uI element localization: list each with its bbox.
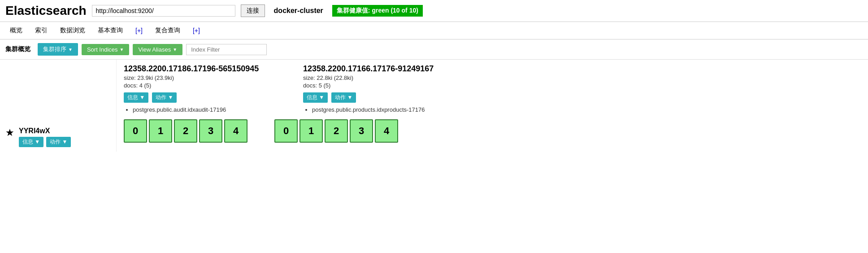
shards-group-2: 0 1 2 3 4	[274, 119, 398, 143]
left-index-name: YYRl4wX	[19, 127, 71, 135]
left-index-buttons: 信息 ▼ 动作 ▼	[19, 137, 71, 147]
nav-basic-query[interactable]: 基本查询	[93, 25, 127, 36]
nav-complex-query-add[interactable]: [+]	[188, 25, 204, 36]
shard-2-1[interactable]: 1	[299, 119, 323, 143]
index-1-title[interactable]: 12358.2200.17186.17196-565150945	[124, 64, 276, 74]
right-panel: 12358.2200.17186.17196-565150945 size: 2…	[117, 60, 868, 152]
connect-button[interactable]: 连接	[241, 4, 265, 17]
index-1-size: size: 23.9ki (23.9ki)	[124, 74, 276, 81]
shard-2-2[interactable]: 2	[325, 119, 348, 143]
index-2-action-button[interactable]: 动作 ▼	[331, 92, 356, 103]
left-panel: ★ YYRl4wX 信息 ▼ 动作 ▼	[0, 60, 117, 152]
shard-1-2[interactable]: 2	[174, 119, 197, 143]
header: Elasticsearch 连接 docker-cluster 集群健康值: g…	[0, 0, 868, 22]
cluster-health: 集群健康值: green (10 of 10)	[332, 5, 423, 17]
nav-basic-query-add[interactable]: [+]	[131, 25, 147, 36]
index-card-1: 12358.2200.17186.17196-565150945 size: 2…	[124, 64, 276, 113]
shard-1-4[interactable]: 4	[224, 119, 247, 143]
index-2-action-arrow: ▼	[347, 94, 353, 100]
sort-indices-button[interactable]: Sort Indices ▼	[82, 44, 130, 55]
shard-2-3[interactable]: 3	[350, 119, 373, 143]
shards-row: 0 1 2 3 4 0 1 2 3 4	[117, 118, 868, 150]
left-index-row: ★ YYRl4wX 信息 ▼ 动作 ▼	[5, 127, 111, 147]
view-aliases-button[interactable]: View Aliases ▼	[133, 44, 182, 55]
shard-1-1[interactable]: 1	[149, 119, 172, 143]
index-1-buttons: 信息 ▼ 动作 ▼	[124, 92, 276, 103]
index-2-alias: postgres.public.products.idxproducts-171…	[303, 106, 456, 113]
shards-group-1: 0 1 2 3 4	[124, 119, 247, 143]
index-1-action-button[interactable]: 动作 ▼	[152, 92, 177, 103]
left-info-arrow: ▼	[35, 139, 40, 145]
main-area: ★ YYRl4wX 信息 ▼ 动作 ▼	[0, 60, 868, 152]
app-title: Elasticsearch	[5, 4, 87, 18]
index-2-size: size: 22.8ki (22.8ki)	[303, 74, 456, 81]
view-aliases-label: View Aliases	[138, 46, 171, 53]
sort-cluster-button[interactable]: 集群排序 ▼	[38, 43, 78, 56]
shard-2-4[interactable]: 4	[375, 119, 398, 143]
index-1-action-arrow: ▼	[168, 94, 174, 100]
index-1-info-arrow: ▼	[139, 94, 145, 100]
index-filter-input[interactable]	[186, 44, 267, 55]
index-1-docs: docs: 4 (5)	[124, 82, 276, 89]
shard-1-0[interactable]: 0	[124, 119, 147, 143]
nav-overview[interactable]: 概览	[5, 25, 27, 36]
index-2-alias-item: postgres.public.products.idxproducts-171…	[312, 106, 456, 113]
left-info-button[interactable]: 信息 ▼	[19, 137, 43, 147]
view-aliases-arrow: ▼	[173, 47, 177, 52]
sort-indices-label: Sort Indices	[87, 46, 118, 53]
cluster-name: docker-cluster	[274, 7, 323, 15]
nav-data-browse[interactable]: 数据浏览	[56, 25, 90, 36]
toolbar: 集群概览 集群排序 ▼ Sort Indices ▼ View Aliases …	[0, 39, 868, 60]
sort-cluster-arrow: ▼	[68, 47, 73, 52]
index-2-docs: docs: 5 (5)	[303, 82, 456, 89]
sort-cluster-label: 集群排序	[43, 45, 66, 53]
index-1-alias-item: postgres.public.audit.idxaudit-17196	[133, 106, 276, 113]
left-action-button[interactable]: 动作 ▼	[46, 137, 71, 147]
index-2-buttons: 信息 ▼ 动作 ▼	[303, 92, 456, 103]
shard-1-3[interactable]: 3	[199, 119, 222, 143]
section-label: 集群概览	[5, 45, 30, 53]
nav-complex-query[interactable]: 复合查询	[151, 25, 185, 36]
sort-indices-arrow: ▼	[120, 47, 124, 52]
index-1-alias: postgres.public.audit.idxaudit-17196	[124, 106, 276, 113]
left-index-info: YYRl4wX 信息 ▼ 动作 ▼	[19, 127, 71, 147]
index-2-info-arrow: ▼	[319, 94, 324, 100]
nav-index[interactable]: 索引	[30, 25, 52, 36]
index-1-info-button[interactable]: 信息 ▼	[124, 92, 148, 103]
left-action-arrow: ▼	[62, 139, 68, 145]
url-input[interactable]	[92, 5, 235, 17]
index-cards-row: 12358.2200.17186.17196-565150945 size: 2…	[117, 60, 868, 118]
shard-2-0[interactable]: 0	[274, 119, 298, 143]
index-card-2: 12358.2200.17166.17176-91249167 size: 22…	[303, 64, 456, 113]
index-2-info-button[interactable]: 信息 ▼	[303, 92, 328, 103]
index-2-title[interactable]: 12358.2200.17166.17176-91249167	[303, 64, 456, 74]
favorite-star-icon[interactable]: ★	[5, 127, 14, 139]
nav: 概览 索引 数据浏览 基本查询 [+] 复合查询 [+]	[0, 22, 868, 39]
spacer	[5, 64, 111, 127]
